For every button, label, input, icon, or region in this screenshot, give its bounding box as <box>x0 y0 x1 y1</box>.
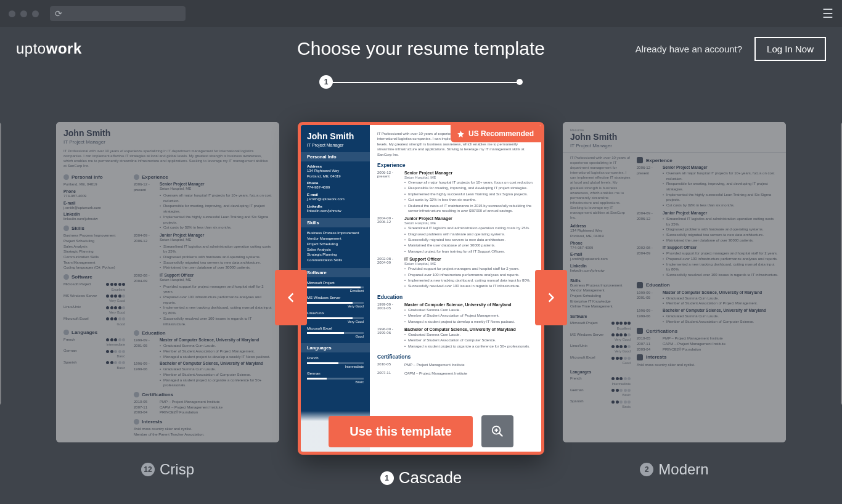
progress-step-2 <box>517 79 523 85</box>
resume-sidebar: John Smith IT Project Manager Personal I… <box>301 125 370 452</box>
template-carousel: John Smith IT Project Manager IT Profess… <box>0 122 842 455</box>
star-icon <box>457 130 465 138</box>
resume-role: IT Project Manager <box>63 139 272 145</box>
chevron-right-icon <box>545 289 557 306</box>
zoom-button[interactable] <box>481 415 513 447</box>
template-label-crisp[interactable]: 12Crisp <box>56 461 279 478</box>
resume-main: IT Professional with over 10 years of ex… <box>370 125 541 452</box>
svg-line-1 <box>499 433 503 437</box>
template-labels: 12Crisp 1Cascade 2Modern <box>0 461 842 487</box>
template-card-far-left[interactable] <box>0 122 1 405</box>
auth-prompt: Already have an account? <box>636 44 742 54</box>
chevron-left-icon <box>285 289 297 306</box>
hamburger-icon[interactable]: ☰ <box>822 6 833 21</box>
auth-area: Already have an account? Log In Now <box>636 37 826 61</box>
wizard-progress: 1 <box>0 75 842 89</box>
page-title: Choose your resume template <box>297 38 545 59</box>
template-card-cascade[interactable]: US Recommended John Smith IT Project Man… <box>298 122 544 455</box>
template-actions: Use this template <box>301 411 541 452</box>
login-button[interactable]: Log In Now <box>754 37 826 61</box>
template-card-modern[interactable]: Resume John Smith IT Project Manager IT … <box>563 122 786 442</box>
browser-chrome: ⟳ ☰ <box>0 0 842 27</box>
use-template-button[interactable]: Use this template <box>329 416 473 447</box>
us-recommended-badge: US Recommended <box>451 125 541 142</box>
window-controls[interactable] <box>9 10 39 17</box>
template-label-modern[interactable]: 2Modern <box>563 461 786 478</box>
resume-summary: IT Professional with over 10 years of ex… <box>63 148 272 168</box>
page-header: uptowork Choose your resume template Alr… <box>0 27 842 70</box>
carousel-next-button[interactable] <box>535 270 567 325</box>
zoom-in-icon <box>491 425 504 438</box>
template-card-crisp[interactable]: John Smith IT Project Manager IT Profess… <box>56 122 279 442</box>
brand-logo[interactable]: uptowork <box>16 40 82 57</box>
url-bar[interactable]: ⟳ <box>50 6 186 21</box>
refresh-icon[interactable]: ⟳ <box>55 9 62 18</box>
resume-name: John Smith <box>63 128 272 138</box>
progress-step-1: 1 <box>319 75 333 89</box>
carousel-prev-button[interactable] <box>275 270 307 325</box>
template-label-cascade[interactable]: 1Cascade <box>298 468 544 487</box>
